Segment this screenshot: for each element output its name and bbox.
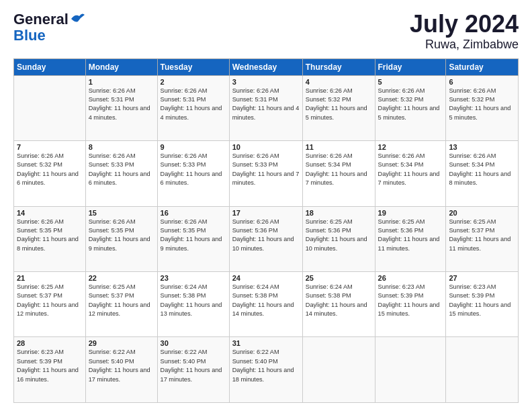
day-number: 17 [232,209,300,217]
day-info: Sunrise: 6:25 AM Sunset: 5:36 PM Dayligh… [378,218,443,253]
calendar-cell: 9 Sunrise: 6:26 AM Sunset: 5:33 PM Dayli… [157,141,229,206]
day-info: Sunrise: 6:26 AM Sunset: 5:32 PM Dayligh… [306,87,372,122]
calendar-cell: 16 Sunrise: 6:26 AM Sunset: 5:35 PM Dayl… [157,206,229,271]
day-info: Sunrise: 6:25 AM Sunset: 5:37 PM Dayligh… [89,283,154,318]
day-number: 27 [449,274,515,282]
sunrise: Sunrise: 6:26 AM [378,87,425,94]
sunset: Sunset: 5:38 PM [232,292,278,299]
calendar-cell: 18 Sunrise: 6:25 AM Sunset: 5:36 PM Dayl… [302,206,375,271]
daylight: Daylight: 11 hours and 14 minutes. [232,302,294,317]
calendar-cell: 31 Sunrise: 6:22 AM Sunset: 5:40 PM Dayl… [229,337,302,403]
calendar-cell: 15 Sunrise: 6:26 AM Sunset: 5:35 PM Dayl… [85,206,157,271]
day-number: 15 [89,209,154,217]
day-info: Sunrise: 6:24 AM Sunset: 5:38 PM Dayligh… [232,283,300,318]
sunset: Sunset: 5:40 PM [232,358,278,365]
calendar-cell: 14 Sunrise: 6:26 AM Sunset: 5:35 PM Dayl… [14,206,86,271]
calendar-cell [14,75,86,140]
week-row-0: 1 Sunrise: 6:26 AM Sunset: 5:31 PM Dayli… [14,75,519,140]
day-number: 4 [306,78,372,86]
sunset: Sunset: 5:37 PM [17,292,62,299]
title-block: July 2024 Ruwa, Zimbabwe [410,11,519,52]
sunrise: Sunrise: 6:24 AM [232,283,279,290]
sunrise: Sunrise: 6:23 AM [378,283,425,290]
day-info: Sunrise: 6:26 AM Sunset: 5:33 PM Dayligh… [232,152,300,187]
calendar-cell [375,337,446,403]
page: General Blue July 2024 Ruwa, Zimbabwe Su… [0,0,532,411]
header-thursday: Thursday [302,58,375,75]
daylight: Daylight: 11 hours and 12 minutes. [17,302,79,317]
day-number: 16 [161,209,226,217]
sunset: Sunset: 5:33 PM [89,161,134,168]
calendar-cell: 28 Sunrise: 6:23 AM Sunset: 5:39 PM Dayl… [14,337,86,403]
day-info: Sunrise: 6:26 AM Sunset: 5:36 PM Dayligh… [232,218,300,253]
day-number: 19 [378,209,443,217]
sunrise: Sunrise: 6:22 AM [232,349,279,355]
calendar-cell: 21 Sunrise: 6:25 AM Sunset: 5:37 PM Dayl… [14,272,86,337]
day-info: Sunrise: 6:23 AM Sunset: 5:39 PM Dayligh… [17,348,83,383]
calendar-cell: 12 Sunrise: 6:26 AM Sunset: 5:34 PM Dayl… [375,141,446,206]
daylight: Daylight: 11 hours and 6 minutes. [89,171,150,186]
week-row-2: 14 Sunrise: 6:26 AM Sunset: 5:35 PM Dayl… [14,206,519,271]
daylight: Daylight: 11 hours and 17 minutes. [161,367,222,382]
sunrise: Sunrise: 6:26 AM [306,87,353,94]
daylight: Daylight: 11 hours and 15 minutes. [449,302,511,317]
sunset: Sunset: 5:36 PM [378,227,424,234]
logo-general-text: General [13,11,69,28]
sunrise: Sunrise: 6:26 AM [17,152,64,159]
daylight: Daylight: 11 hours and 10 minutes. [306,236,367,251]
sunset: Sunset: 5:35 PM [17,227,62,234]
day-number: 5 [378,78,443,86]
sunrise: Sunrise: 6:26 AM [232,218,279,225]
daylight: Daylight: 11 hours and 16 minutes. [17,367,79,382]
daylight: Daylight: 11 hours and 4 minutes. [89,105,150,120]
sunset: Sunset: 5:35 PM [161,227,206,234]
daylight: Daylight: 11 hours and 5 minutes. [449,105,511,120]
daylight: Daylight: 11 hours and 10 minutes. [232,236,294,251]
week-row-1: 7 Sunrise: 6:26 AM Sunset: 5:32 PM Dayli… [14,141,519,206]
sunrise: Sunrise: 6:26 AM [89,152,136,159]
day-info: Sunrise: 6:22 AM Sunset: 5:40 PM Dayligh… [232,348,300,383]
logo-bird-icon [70,12,85,24]
day-info: Sunrise: 6:22 AM Sunset: 5:40 PM Dayligh… [89,348,154,383]
day-info: Sunrise: 6:26 AM Sunset: 5:35 PM Dayligh… [161,218,226,253]
daylight: Daylight: 11 hours and 7 minutes. [378,171,440,186]
header: General Blue July 2024 Ruwa, Zimbabwe [13,11,519,52]
calendar-cell [446,337,519,403]
daylight: Daylight: 11 hours and 6 minutes. [161,171,222,186]
sunset: Sunset: 5:32 PM [306,96,351,103]
calendar-cell: 23 Sunrise: 6:24 AM Sunset: 5:38 PM Dayl… [157,272,229,337]
sunrise: Sunrise: 6:26 AM [17,218,64,225]
day-number: 7 [17,143,83,151]
day-info: Sunrise: 6:26 AM Sunset: 5:31 PM Dayligh… [89,87,154,122]
day-number: 26 [378,274,443,282]
daylight: Daylight: 11 hours and 8 minutes. [449,171,511,186]
sunset: Sunset: 5:33 PM [161,161,206,168]
daylight: Daylight: 11 hours and 11 minutes. [378,236,440,251]
sunset: Sunset: 5:34 PM [449,161,494,168]
header-friday: Friday [375,58,446,75]
day-info: Sunrise: 6:26 AM Sunset: 5:32 PM Dayligh… [449,87,515,122]
day-number: 24 [232,274,300,282]
sunset: Sunset: 5:39 PM [449,292,494,299]
daylight: Daylight: 11 hours and 5 minutes. [378,105,440,120]
calendar-table: Sunday Monday Tuesday Wednesday Thursday… [13,58,519,403]
sunrise: Sunrise: 6:22 AM [89,349,136,355]
sunset: Sunset: 5:36 PM [306,227,351,234]
calendar-cell: 13 Sunrise: 6:26 AM Sunset: 5:34 PM Dayl… [446,141,519,206]
calendar-cell: 5 Sunrise: 6:26 AM Sunset: 5:32 PM Dayli… [375,75,446,140]
calendar-cell: 3 Sunrise: 6:26 AM Sunset: 5:31 PM Dayli… [229,75,302,140]
daylight: Daylight: 11 hours and 18 minutes. [232,367,294,382]
day-number: 25 [306,274,372,282]
daylight: Daylight: 11 hours and 6 minutes. [17,171,79,186]
day-number: 2 [161,78,226,86]
day-info: Sunrise: 6:25 AM Sunset: 5:37 PM Dayligh… [17,283,83,318]
sunset: Sunset: 5:31 PM [232,96,278,103]
sunset: Sunset: 5:35 PM [89,227,134,234]
calendar-title: July 2024 [410,11,519,38]
sunrise: Sunrise: 6:25 AM [306,218,353,225]
sunset: Sunset: 5:32 PM [378,96,424,103]
day-number: 1 [89,78,154,86]
day-number: 29 [89,339,154,347]
sunset: Sunset: 5:32 PM [17,161,62,168]
day-number: 11 [306,143,372,151]
